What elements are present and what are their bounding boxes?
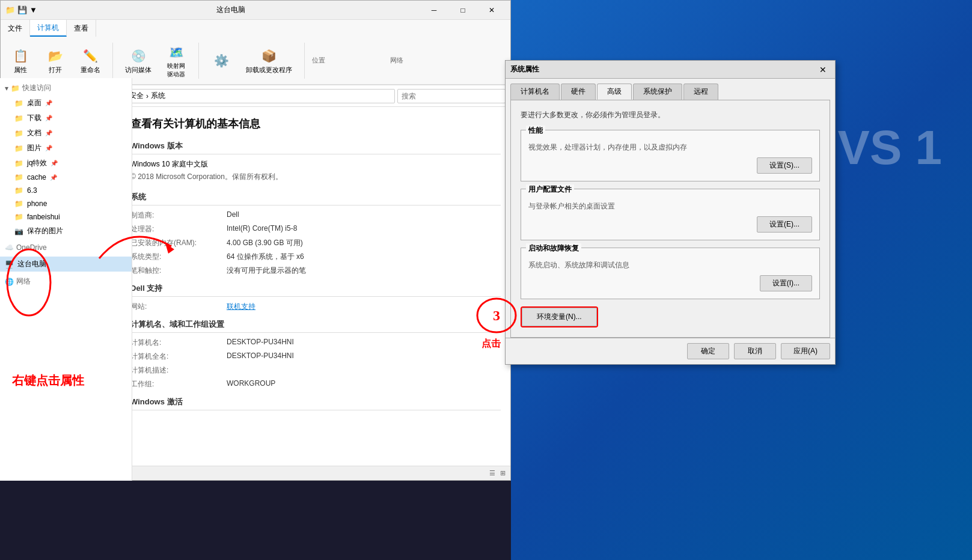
pin-icon-pictures: 📌	[45, 145, 52, 151]
ribbon-sep-2	[198, 43, 199, 79]
onedrive-header[interactable]: ☁️ OneDrive	[0, 241, 132, 254]
tab-remote[interactable]: 远程	[683, 84, 718, 100]
env-btn-highlight: 环境变量(N)...	[521, 306, 598, 327]
grid-view-icon[interactable]: ⊞	[500, 469, 506, 477]
startup-desc: 系统启动、系统故障和调试信息	[528, 260, 812, 270]
step3-circle-svg: 3	[472, 294, 521, 336]
full-name-value: DESKTOP-PU34HNI	[227, 352, 294, 362]
properties-label: 属性	[14, 65, 27, 75]
ram-row: 已安装的内存(RAM): 4.00 GB (3.90 GB 可用)	[130, 238, 501, 248]
this-pc-section: 🖥️ 这台电脑	[0, 257, 132, 272]
ribbon-sep-3	[304, 43, 305, 79]
dialog-close-button[interactable]: ✕	[816, 62, 830, 77]
tab-view[interactable]: 查看	[67, 20, 96, 37]
maximize-button[interactable]: □	[449, 1, 477, 20]
sidebar-item-pictures[interactable]: 📁 图片 📌	[0, 141, 132, 156]
ribbon-btn-rename[interactable]: ✏️ 重命名	[75, 44, 105, 77]
desc-row: 计算机描述:	[130, 365, 501, 376]
pen-value: 没有可用于此显示器的笔	[227, 266, 306, 276]
sidebar-item-this-pc[interactable]: 🖥️ 这台电脑	[0, 257, 132, 272]
sidebar-item-63[interactable]: 📁 6.3	[0, 184, 132, 197]
tab-system-protection[interactable]: 系统保护	[633, 84, 682, 100]
minimize-button[interactable]: ─	[420, 1, 448, 20]
sidebar-item-desktop[interactable]: 📁 桌面 📌	[0, 96, 132, 111]
ribbon-btn-media[interactable]: 💿 访问媒体	[120, 44, 156, 77]
pin-icon-downloads: 📌	[45, 115, 52, 121]
network-label: 网络	[16, 276, 31, 287]
sidebar-item-saved-pictures[interactable]: 📷 保存的图片	[0, 224, 132, 239]
ribbon-group-network: 网络	[390, 56, 403, 65]
cancel-button[interactable]: 取消	[734, 343, 776, 359]
user-profiles-settings-button[interactable]: 设置(E)...	[757, 216, 812, 233]
network-section: 🌐 网络	[0, 274, 132, 289]
dialog-body: 要进行大多数更改，你必须作为管理员登录。 性能 视觉效果，处理器计划，内存使用，…	[510, 100, 830, 338]
dialog-titlebar: 系统属性 ✕	[506, 61, 835, 79]
ok-button[interactable]: 确定	[687, 343, 729, 359]
tab-file[interactable]: 文件	[1, 20, 30, 37]
documents-label: 文档	[27, 128, 41, 138]
website-label: 网站:	[130, 302, 227, 312]
env-variables-button[interactable]: 环境变量(N)...	[522, 308, 597, 326]
workgroup-value: WORKGROUP	[227, 379, 275, 389]
onedrive-icon: ☁️	[5, 243, 14, 252]
windows-version-info: Windows 10 家庭中文版 © 2018 Microsoft Corpor…	[130, 159, 501, 182]
user-profiles-section: 用户配置文件 与登录帐户相关的桌面设置 设置(E)...	[521, 189, 820, 240]
folder-icon-fanbeishui: 📁	[14, 213, 23, 221]
startup-section-title: 启动和故障恢复	[526, 243, 581, 254]
ribbon-group-position: 位置	[312, 56, 325, 65]
processor-row: 处理器: Intel(R) Core(TM) i5-8	[130, 224, 501, 234]
search-input[interactable]	[397, 89, 506, 103]
user-profiles-desc: 与登录帐户相关的桌面设置	[528, 201, 812, 212]
activation-section: Windows 激活	[130, 397, 501, 410]
sidebar-panel: ▾ 📁 快速访问 📁 桌面 📌 📁 下载 📌 📁 文档 📌 📁 图片 📌 📁	[0, 78, 132, 481]
ribbon-btn-map[interactable]: 🗺️ 映射网驱动器	[161, 40, 191, 81]
tab-computer[interactable]: 计算机	[30, 20, 67, 37]
tab-computer-name[interactable]: 计算机名	[510, 84, 560, 100]
tab-hardware[interactable]: 硬件	[561, 84, 596, 100]
user-profiles-section-title: 用户配置文件	[526, 184, 574, 195]
ribbon-content: 📋 属性 📂 打开 ✏️ 重命名 💿 访问媒体 🗺️ 映射网驱动器	[1, 37, 510, 85]
saved-pictures-label: 保存的图片	[27, 226, 63, 236]
chevron-icon: ▾	[5, 84, 8, 93]
pictures-label: 图片	[27, 143, 41, 153]
sidebar-item-downloads[interactable]: 📁 下载 📌	[0, 111, 132, 126]
ram-label: 已安装的内存(RAM):	[130, 238, 227, 248]
ribbon-btn-settings[interactable]: ⚙️	[206, 49, 236, 73]
folder-icon-cache: 📁	[14, 173, 23, 181]
save-icon: 💾	[17, 5, 27, 14]
network-icon: 🌐	[5, 278, 14, 286]
computer-name-row: 计算机名: DESKTOP-PU34HNI	[130, 338, 501, 348]
sidebar-item-phone[interactable]: 📁 phone	[0, 197, 132, 210]
sidebar-item-documents[interactable]: 📁 文档 📌	[0, 126, 132, 141]
performance-settings-button[interactable]: 设置(S)...	[757, 157, 812, 174]
ribbon-btn-uninstall[interactable]: 📦 卸载或更改程序	[241, 44, 297, 77]
list-view-icon[interactable]: ☰	[489, 469, 495, 477]
ribbon-btn-properties[interactable]: 📋 属性	[5, 44, 35, 77]
processor-value: Intel(R) Core(TM) i5-8	[227, 224, 297, 234]
map-label: 映射网驱动器	[167, 62, 185, 79]
startup-settings-button[interactable]: 设置(I)...	[760, 275, 812, 291]
onedrive-section: ☁️ OneDrive	[0, 241, 132, 254]
tab-advanced[interactable]: 高级	[597, 84, 632, 100]
pin-icon-jq: 📌	[50, 160, 58, 166]
website-value[interactable]: 联机支持	[227, 302, 255, 312]
system-type-label: 系统类型:	[130, 252, 227, 262]
network-header[interactable]: 🌐 网络	[0, 274, 132, 289]
apply-button[interactable]: 应用(A)	[781, 343, 830, 359]
sidebar-item-cache[interactable]: 📁 cache 📌	[0, 171, 132, 184]
performance-section: 性能 视觉效果，处理器计划，内存使用，以及虚拟内存 设置(S)...	[521, 130, 820, 181]
quick-access-header[interactable]: ▾ 📁 快速访问	[0, 81, 132, 96]
folder-icon-saved-pictures: 📷	[14, 227, 23, 236]
close-button[interactable]: ✕	[478, 1, 506, 20]
downloads-label: 下载	[27, 113, 41, 123]
open-label: 打开	[49, 65, 62, 75]
env-btn-wrapper: 环境变量(N)... 3 点击	[521, 306, 820, 327]
title-bar-icons: 📁 💾 ▼	[5, 5, 37, 14]
uninstall-icon: 📦	[260, 46, 279, 65]
ribbon-btn-open[interactable]: 📂 打开	[40, 44, 70, 77]
desc-label: 计算机描述:	[130, 365, 227, 376]
sidebar-item-jq[interactable]: 📁 jq特效 📌	[0, 156, 132, 171]
processor-label: 处理器:	[130, 224, 227, 234]
cache-wrapper: 📁 cache 📌	[0, 171, 132, 184]
sidebar-item-fanbeishui[interactable]: 📁 fanbeishui	[0, 210, 132, 224]
